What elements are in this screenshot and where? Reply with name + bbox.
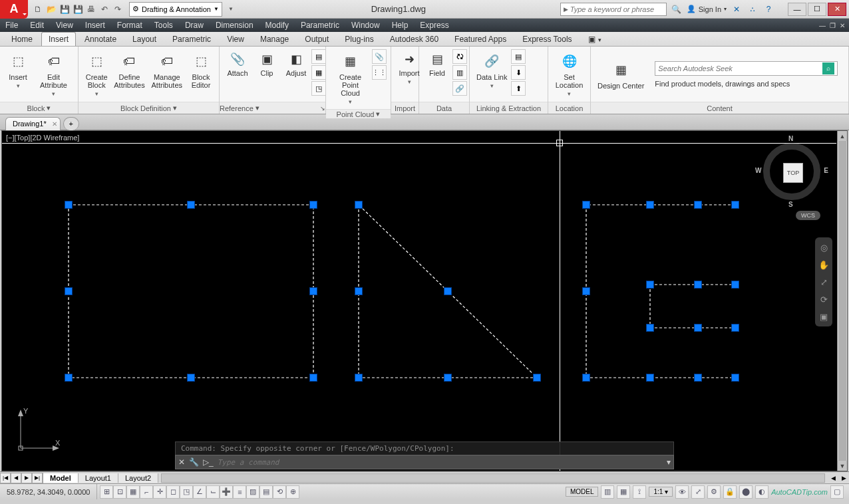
define-attributes-button[interactable]: 🏷Define Attributes	[112, 49, 146, 90]
selection-cycling-icon[interactable]: ⟲	[273, 485, 286, 499]
plot-icon[interactable]: 🖶	[85, 3, 97, 15]
grip[interactable]	[694, 374, 702, 382]
close-tab-icon[interactable]: ✕	[52, 120, 57, 128]
signin-button[interactable]: 👤 Sign In ▾	[687, 5, 727, 13]
layout-prev-icon[interactable]: ◀	[11, 473, 21, 483]
annotation-visibility-icon[interactable]: 👁	[675, 485, 689, 499]
tab-view[interactable]: View	[220, 32, 252, 46]
layout-tab-model[interactable]: Model	[43, 473, 79, 483]
doc-minimize-button[interactable]: —	[819, 22, 826, 29]
grip[interactable]	[309, 374, 317, 382]
close-button[interactable]: ✕	[828, 3, 846, 16]
tab-plugins[interactable]: Plug-ins	[337, 32, 381, 46]
data-link-button[interactable]: 🔗Data Link▾	[474, 49, 510, 90]
object-snap-icon[interactable]: ◻	[166, 485, 180, 499]
tab-layout[interactable]: Layout	[125, 32, 164, 46]
grip[interactable]	[309, 201, 317, 209]
grip[interactable]	[646, 324, 654, 332]
hscroll-left-icon[interactable]: ◀	[828, 475, 838, 481]
stay-connected-icon[interactable]: ⛬	[747, 3, 759, 15]
viewcube[interactable]: TOP N S E W	[755, 135, 828, 208]
adjust-button[interactable]: ◧Adjust	[282, 49, 310, 78]
search-dropdown-icon[interactable]: ▶	[564, 6, 568, 13]
menu-format[interactable]: Format	[117, 21, 142, 30]
scroll-thumb[interactable]	[838, 141, 846, 461]
tab-home[interactable]: Home	[4, 32, 40, 46]
doc-close-button[interactable]: ✕	[840, 22, 845, 29]
quick-view-layouts-icon[interactable]: ▥	[601, 485, 614, 499]
menu-modify[interactable]: Modify	[265, 21, 289, 30]
panel-blockdef-title[interactable]: Block Definition ▾	[79, 102, 219, 114]
tab-express-tools[interactable]: Express Tools	[515, 32, 579, 46]
layout-tab-layout2[interactable]: Layout2	[118, 473, 158, 483]
saveas-icon[interactable]: 💾	[72, 3, 84, 15]
underlay-layers-icon[interactable]: ▤	[311, 49, 326, 64]
orbit-icon[interactable]: ⟳	[818, 293, 830, 305]
annotation-scale-icon[interactable]: ⟟	[633, 485, 646, 499]
doc-restore-button[interactable]: ❐	[830, 22, 836, 29]
cmd-recent-icon[interactable]: ▾	[667, 457, 671, 467]
minimize-button[interactable]: —	[788, 3, 806, 16]
transparency-icon[interactable]: ▨	[246, 485, 259, 499]
redo-icon[interactable]: ↷	[112, 3, 124, 15]
grip[interactable]	[646, 281, 654, 289]
edit-attribute-button[interactable]: 🏷Edit Attribute▾	[33, 49, 74, 98]
tab-parametric[interactable]: Parametric	[165, 32, 218, 46]
seek-input[interactable]	[658, 64, 822, 72]
zoom-extents-icon[interactable]: ⤢	[818, 276, 830, 288]
set-location-button[interactable]: 🌐Set Location▾	[552, 49, 586, 98]
ortho-mode-icon[interactable]: ⌐	[140, 485, 153, 499]
open-icon[interactable]: 📂	[45, 3, 57, 15]
annotation-scale-value[interactable]: 1:1 ▾	[649, 487, 673, 497]
clean-screen-icon[interactable]: ▢	[830, 485, 844, 499]
coordinates-readout[interactable]: 58.9782, 34.3049, 0.0000	[0, 484, 97, 499]
hardware-accel-icon[interactable]: ⬤	[739, 485, 753, 499]
menu-window[interactable]: Window	[351, 21, 380, 30]
grip[interactable]	[582, 374, 590, 382]
snap-mode-icon[interactable]: ⊡	[113, 485, 126, 499]
grip[interactable]	[731, 324, 739, 332]
compass-w[interactable]: W	[755, 167, 761, 174]
grip[interactable]	[187, 374, 195, 382]
horizontal-scrollbar[interactable]	[161, 473, 825, 483]
menu-dimension[interactable]: Dimension	[216, 21, 254, 30]
manage-attributes-button[interactable]: 🏷Manage Attributes	[148, 49, 186, 90]
grip[interactable]	[646, 201, 654, 209]
vertical-scrollbar[interactable]: ▲ ▼	[837, 131, 847, 471]
pc-attach-icon[interactable]: 📎	[372, 49, 387, 64]
drawing-viewport[interactable]: [−][Top][2D Wireframe] Y X TOP N S E W W…	[1, 130, 848, 471]
cmd-close-icon[interactable]: ✕	[178, 457, 185, 467]
layout-first-icon[interactable]: |◀	[0, 473, 11, 483]
polar-tracking-icon[interactable]: ✛	[153, 485, 166, 499]
panel-pointcloud-title[interactable]: Point Cloud ▾	[326, 109, 391, 118]
menu-help[interactable]: Help	[392, 21, 409, 30]
tab-autodesk360[interactable]: Autodesk 360	[383, 32, 446, 46]
download-source-icon[interactable]: ⬇	[511, 65, 526, 80]
create-block-button[interactable]: ⬚Create Block▾	[83, 49, 110, 98]
3d-osnap-icon[interactable]: ◳	[180, 485, 193, 499]
grip[interactable]	[65, 374, 73, 382]
tab-manage[interactable]: Manage	[253, 32, 296, 46]
frames-icon[interactable]: ▦	[311, 65, 326, 80]
infocenter-search[interactable]: ▶	[560, 3, 667, 16]
layout-last-icon[interactable]: ▶|	[32, 473, 43, 483]
workspace-switching-icon[interactable]: ⚙	[707, 485, 721, 499]
grip[interactable]	[731, 201, 739, 209]
grip[interactable]	[309, 287, 317, 295]
search-go-icon[interactable]: 🔍	[671, 3, 683, 15]
command-input[interactable]	[218, 458, 663, 467]
cmd-config-icon[interactable]: 🔧	[189, 457, 199, 467]
grip[interactable]	[444, 287, 452, 295]
app-menu-button[interactable]: A	[0, 0, 28, 19]
ucs-icon[interactable]: Y X	[14, 408, 61, 456]
ribbon-minimize-button[interactable]: ▣▾	[581, 32, 609, 46]
infer-constraints-icon[interactable]: ⊞	[100, 485, 113, 499]
showmotion-icon[interactable]: ▣	[818, 311, 830, 322]
viewcube-top-face[interactable]: TOP	[783, 163, 803, 183]
panel-reference-title[interactable]: Reference ▾ ↘	[220, 102, 325, 114]
grip[interactable]	[731, 374, 739, 382]
field-button[interactable]: ▤Field	[423, 49, 451, 78]
toolbar-lock-icon[interactable]: 🔒	[723, 485, 737, 499]
scroll-up-icon[interactable]: ▲	[838, 131, 847, 141]
dynamic-input-icon[interactable]: ➕	[220, 485, 233, 499]
